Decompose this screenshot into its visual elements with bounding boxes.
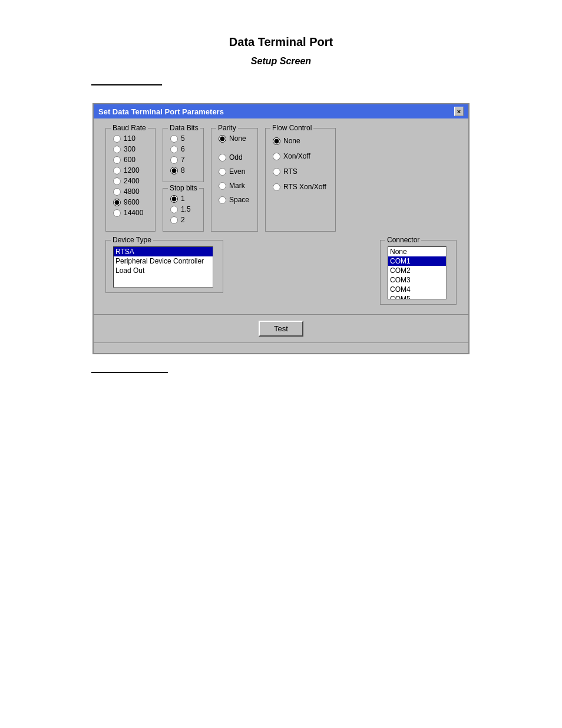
baud-300-radio[interactable] [113,146,121,153]
parity-odd-label: Odd [229,153,243,162]
stopbits-15-label: 1.5 [181,205,191,213]
parity-group: Parity None Odd Even Mark Space [211,128,258,232]
parity-space-label: Space [229,196,249,204]
stopbits-1-label: 1 [181,195,185,203]
parity-space-radio[interactable] [219,196,226,204]
device-type-label: Device Type [111,236,153,244]
dialog-titlebar: Set Data Terminal Port Parameters × [94,104,468,118]
flow-rts-radio[interactable] [273,168,280,176]
flow-control-label: Flow Control [270,124,313,132]
data-bits-label: Data Bits [168,124,200,132]
parity-none-radio[interactable] [219,135,226,143]
connector-list[interactable]: None COM1 COM2 COM3 COM4 COM5 COM6 [388,246,447,299]
flow-none-radio[interactable] [273,137,280,145]
stopbits-15-radio[interactable] [170,206,178,213]
parity-even-label: Even [229,167,245,176]
device-type-group: Device Type RTSA Peripheral Device Contr… [105,240,223,293]
baud-110-radio[interactable] [113,135,121,143]
data-bits-group: Data Bits 5 6 7 8 [163,128,204,182]
databits-7-radio[interactable] [170,156,178,164]
connector-item-com5[interactable]: COM5 [388,294,446,299]
databits-6-label: 6 [181,145,185,153]
flow-rts-label: RTS [283,167,297,176]
page-title: Data Terminal Port [229,35,333,49]
baud-rate-label: Baud Rate [111,124,148,132]
flow-rtsxonxoff-radio[interactable] [273,183,280,191]
databits-5-radio[interactable] [170,135,178,143]
baud-2400-radio[interactable] [113,177,121,185]
baud-4800-label: 4800 [124,187,140,196]
dialog-title: Set Data Terminal Port Parameters [98,107,224,116]
parity-even-radio[interactable] [219,168,226,176]
dialog-footer: Test [94,314,468,342]
page-subtitle: Setup Screen [251,56,311,67]
device-type-list[interactable]: RTSA Peripheral Device Controller Load O… [113,246,213,288]
parity-mark-label: Mark [229,182,245,190]
baud-1200-radio[interactable] [113,167,121,174]
baud-4800-radio[interactable] [113,188,121,196]
device-type-item-pdc[interactable]: Peripheral Device Controller [114,256,213,266]
databits-8-label: 8 [181,166,185,174]
connector-label: Connector [385,236,421,244]
flow-control-group: Flow Control None Xon/Xoff RTS RTS Xon/X… [265,128,336,232]
connector-item-none[interactable]: None [388,247,446,256]
baud-9600-radio[interactable] [113,199,121,206]
bottom-underline [91,372,168,373]
databits-5-label: 5 [181,134,185,143]
baud-600-label: 600 [124,156,135,164]
databits-8-radio[interactable] [170,167,178,174]
parity-mark-radio[interactable] [219,182,226,190]
baud-600-radio[interactable] [113,156,121,164]
baud-9600-label: 9600 [124,198,140,206]
connector-group: Connector None COM1 COM2 COM3 COM4 COM5 … [380,240,457,305]
databits-6-radio[interactable] [170,146,178,153]
device-type-item-loadout[interactable]: Load Out [114,266,213,275]
top-underline [91,84,162,85]
baud-rate-group: Baud Rate 110 300 600 1200 2400 4800 960… [105,128,156,232]
parity-none-label: None [229,134,246,143]
connector-item-com4[interactable]: COM4 [388,285,446,294]
baud-2400-label: 2400 [124,177,140,185]
flow-xonxoff-radio[interactable] [273,153,280,160]
stopbits-2-radio[interactable] [170,216,178,224]
device-type-item-rtsa[interactable]: RTSA [114,247,213,256]
parity-label: Parity [216,124,238,132]
flow-none-label: None [283,137,300,145]
stop-bits-label: Stop bits [168,184,199,192]
baud-1200-label: 1200 [124,166,140,174]
dialog-window: Set Data Terminal Port Parameters × Baud… [92,103,470,354]
flow-rtsxonxoff-label: RTS Xon/Xoff [283,183,326,191]
connector-item-com2[interactable]: COM2 [388,266,446,275]
stop-bits-group: Stop bits 1 1.5 2 [163,188,204,232]
close-button[interactable]: × [454,107,464,116]
connector-item-com1[interactable]: COM1 [388,256,446,266]
dialog-body: Baud Rate 110 300 600 1200 2400 4800 960… [94,118,468,314]
baud-14400-radio[interactable] [113,209,121,217]
connector-item-com3[interactable]: COM3 [388,275,446,285]
test-button[interactable]: Test [259,321,303,337]
baud-14400-label: 14400 [124,209,143,217]
stopbits-2-label: 2 [181,216,185,224]
flow-xonxoff-label: Xon/Xoff [283,152,310,160]
databits-7-label: 7 [181,156,185,164]
baud-110-label: 110 [124,134,135,143]
baud-300-label: 300 [124,145,135,153]
parity-odd-radio[interactable] [219,154,226,162]
stopbits-1-radio[interactable] [170,195,178,203]
